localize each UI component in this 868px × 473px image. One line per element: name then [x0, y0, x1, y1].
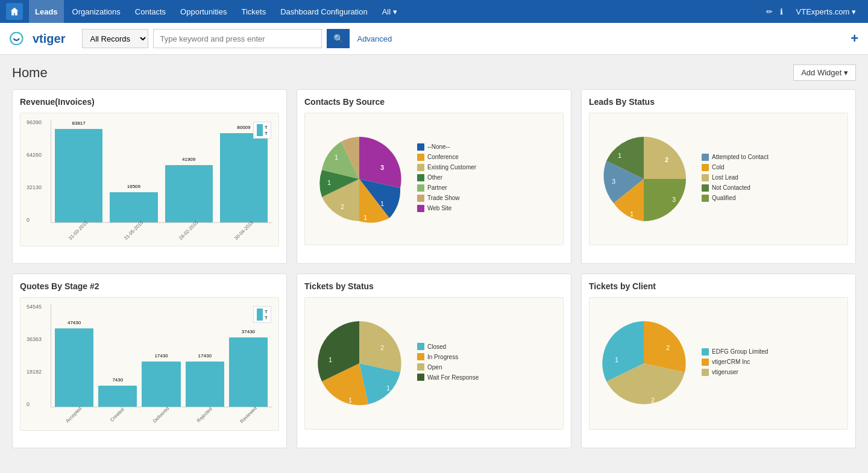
- nav-dashboard-config[interactable]: Dashboard Configuration: [274, 0, 374, 23]
- svg-text:3: 3: [380, 164, 384, 171]
- widget-leads-status-title: Leads By Status: [589, 97, 848, 107]
- svg-text:2: 2: [341, 203, 344, 210]
- widget-revenue-title: Revenue(Invoices): [20, 97, 279, 107]
- svg-text:1: 1: [386, 384, 390, 392]
- tickets-status-pie-chart: 2 1 1 1: [311, 315, 407, 412]
- svg-text:1: 1: [630, 210, 634, 218]
- search-button[interactable]: 🔍: [327, 29, 350, 48]
- logo-text: vtiger: [33, 32, 65, 46]
- svg-text:1: 1: [618, 152, 621, 159]
- contacts-pie-container: 3 1 1 2 1 1 --None-- Conference Existing…: [311, 131, 557, 227]
- advanced-search-link[interactable]: Advanced: [357, 34, 392, 43]
- add-widget-button[interactable]: Add Widget ▾: [793, 64, 856, 81]
- nav-tickets[interactable]: Tickets: [235, 0, 272, 23]
- search-scope-select[interactable]: All Records: [82, 29, 148, 48]
- nav-contacts[interactable]: Contacts: [129, 0, 172, 23]
- vtiger-logo-icon: [10, 32, 29, 45]
- main-content: Home Add Widget ▾ Revenue(Invoices) 0 32…: [0, 55, 868, 473]
- search-bar: vtiger All Records 🔍 Advanced +: [0, 23, 868, 55]
- info-icon[interactable]: ℹ: [780, 7, 783, 16]
- widget-tickets-client-title: Tickets by Client: [589, 281, 848, 291]
- svg-text:1: 1: [380, 200, 384, 207]
- tickets-status-pie-container: 2 1 1 1 Closed In Progress Open Wait For…: [311, 315, 557, 412]
- widget-tickets-status-title: Tickets by Status: [304, 281, 564, 291]
- widget-tickets-client-inner: 2 2 1 EDFG Group Limited vtigerCRM Inc v…: [589, 297, 848, 430]
- svg-text:1: 1: [329, 356, 332, 363]
- page-title: Home: [12, 65, 48, 81]
- svg-text:1: 1: [615, 356, 618, 363]
- svg-text:2: 2: [651, 396, 655, 404]
- tickets-client-pie-legend: EDFG Group Limited vtigerCRM Inc vtigeru…: [702, 348, 768, 379]
- widget-leads-status-inner: 2 3 1 3 1 Attempted to Contact Cold Lost…: [589, 113, 848, 245]
- svg-text:1: 1: [327, 179, 331, 186]
- svg-text:1: 1: [363, 214, 367, 221]
- tickets-client-pie-container: 2 2 1 EDFG Group Limited vtigerCRM Inc v…: [596, 315, 841, 412]
- svg-text:2: 2: [666, 344, 670, 351]
- page-header: Home Add Widget ▾: [12, 64, 856, 81]
- leads-pie-container: 2 3 1 3 1 Attempted to Contact Cold Lost…: [596, 131, 841, 227]
- svg-text:1: 1: [348, 396, 352, 404]
- widget-revenue-inner: 0 32130 64260 96390 83817: [20, 113, 279, 246]
- widget-contacts-source-title: Contacts By Source: [304, 97, 564, 107]
- add-button[interactable]: +: [851, 31, 858, 46]
- widget-quotes-stage-inner: 0 18182 36363 54545 47430: [20, 297, 279, 431]
- svg-text:3: 3: [612, 178, 615, 185]
- search-icon: 🔍: [333, 34, 344, 43]
- svg-text:3: 3: [672, 196, 676, 203]
- dashboard-grid: Revenue(Invoices) 0 32130 64260 96390: [12, 89, 856, 448]
- tickets-status-pie-legend: Closed In Progress Open Wait For Respons…: [417, 343, 479, 384]
- contacts-pie-chart: 3 1 1 2 1 1: [311, 131, 407, 227]
- svg-text:2: 2: [665, 156, 668, 163]
- widget-tickets-client: Tickets by Client 2 2 1: [581, 274, 856, 448]
- search-input[interactable]: [153, 29, 322, 48]
- leads-pie-legend: Attempted to Contact Cold Lost Lead Not …: [702, 154, 769, 205]
- svg-point-0: [10, 33, 22, 45]
- home-icon[interactable]: [6, 3, 23, 20]
- svg-text:1: 1: [335, 154, 338, 161]
- leads-pie-chart: 2 3 1 3 1: [596, 131, 692, 227]
- widget-tickets-status-inner: 2 1 1 1 Closed In Progress Open Wait For…: [304, 297, 564, 430]
- widget-tickets-status: Tickets by Status 2 1: [297, 274, 571, 448]
- contacts-pie-legend: --None-- Conference Existing Customer Ot…: [417, 143, 476, 215]
- nav-leads[interactable]: Leads: [29, 0, 64, 23]
- nav-all[interactable]: All ▾: [376, 0, 403, 23]
- widget-quotes-stage-title: Quotes By Stage #2: [20, 281, 279, 291]
- pencil-icon[interactable]: ✏: [766, 7, 773, 16]
- widget-quotes-stage: Quotes By Stage #2 0 18182 36363 54545: [12, 274, 287, 448]
- widget-contacts-source-inner: 3 1 1 2 1 1 --None-- Conference Existing…: [304, 113, 564, 245]
- widget-leads-status: Leads By Status: [581, 89, 856, 264]
- tickets-client-pie-chart: 2 2 1: [596, 315, 692, 412]
- top-navigation: Leads Organizations Contacts Opportuniti…: [0, 0, 868, 23]
- nav-right-area: ✏ ℹ VTExperts.com ▾: [766, 0, 862, 23]
- logo: vtiger: [10, 32, 65, 46]
- nav-opportunities[interactable]: Opportunities: [174, 0, 233, 23]
- widget-contacts-source: Contacts By Source: [297, 89, 571, 264]
- widget-revenue: Revenue(Invoices) 0 32130 64260 96390: [12, 89, 287, 264]
- svg-text:2: 2: [380, 344, 384, 351]
- user-menu[interactable]: VTExperts.com ▾: [790, 0, 862, 23]
- nav-organizations[interactable]: Organizations: [66, 0, 127, 23]
